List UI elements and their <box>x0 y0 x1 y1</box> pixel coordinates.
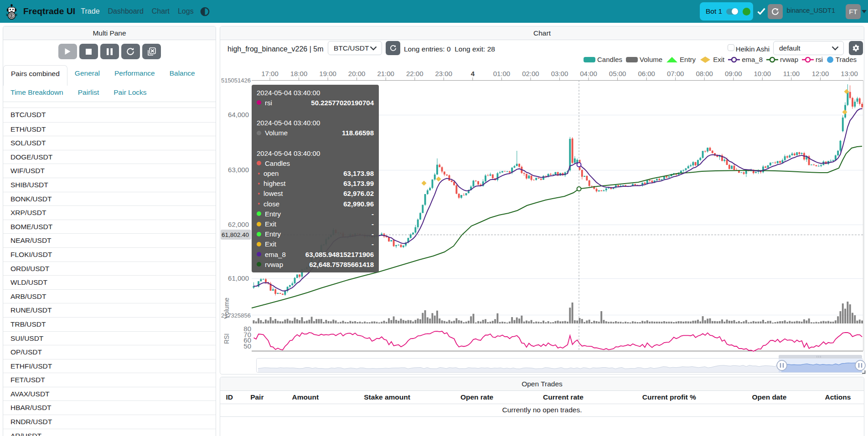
svg-text:11:00: 11:00 <box>783 70 800 77</box>
svg-text:RSI: RSI <box>223 333 230 344</box>
svg-text:07:00: 07:00 <box>667 70 684 77</box>
svg-text:23:00: 23:00 <box>435 70 453 77</box>
svg-text:62,000: 62,000 <box>228 221 249 228</box>
svg-text:03:00: 03:00 <box>551 70 568 77</box>
svg-text:21:00: 21:00 <box>377 70 394 77</box>
svg-text:10:00: 10:00 <box>754 70 771 77</box>
svg-text:06:00: 06:00 <box>638 70 655 77</box>
svg-text:12:00: 12:00 <box>812 70 829 77</box>
svg-text:09:00: 09:00 <box>725 70 742 77</box>
svg-text:05:00: 05:00 <box>609 70 626 77</box>
svg-text:63,000: 63,000 <box>228 166 249 174</box>
svg-text:01:00: 01:00 <box>493 70 511 77</box>
svg-text:19:00: 19:00 <box>319 70 336 77</box>
svg-text:18:00: 18:00 <box>290 70 308 77</box>
svg-text:64,000: 64,000 <box>228 111 249 118</box>
svg-text:Volume: Volume <box>223 298 230 319</box>
svg-text:22:00: 22:00 <box>406 70 424 77</box>
svg-text:13:00: 13:00 <box>841 70 858 77</box>
svg-text:17:00: 17:00 <box>261 70 279 77</box>
svg-text:61,000: 61,000 <box>228 274 249 282</box>
svg-text:08:00: 08:00 <box>696 70 713 77</box>
svg-text:02:00: 02:00 <box>522 70 539 77</box>
svg-text:515051426: 515051426 <box>221 77 251 84</box>
svg-text:04:00: 04:00 <box>580 70 597 77</box>
svg-text:50: 50 <box>243 342 251 350</box>
svg-text:61,802.40: 61,802.40 <box>222 231 249 238</box>
svg-text:20:00: 20:00 <box>348 70 366 77</box>
svg-text:4: 4 <box>471 70 475 77</box>
